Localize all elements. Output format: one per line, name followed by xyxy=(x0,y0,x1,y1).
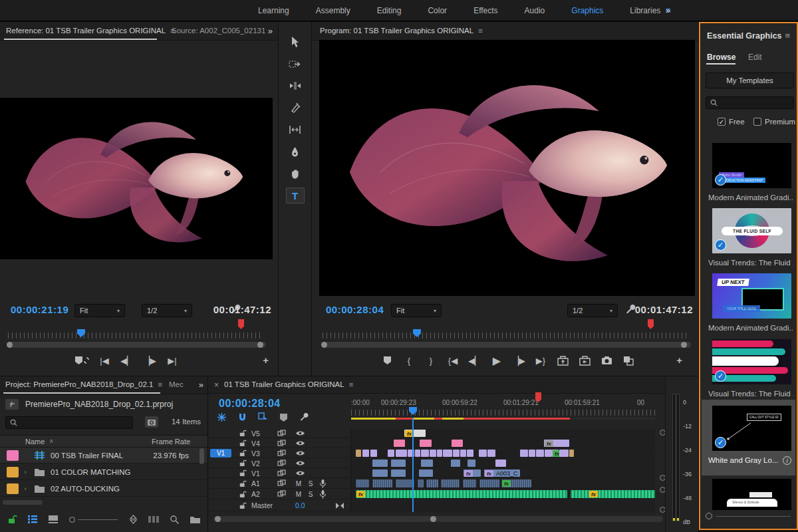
reference-viewer[interactable] xyxy=(0,98,273,259)
clip[interactable] xyxy=(545,450,552,457)
template-search-input[interactable] xyxy=(706,96,794,109)
clip[interactable] xyxy=(452,440,463,447)
program-marker[interactable] xyxy=(648,319,654,329)
clip[interactable] xyxy=(372,469,388,477)
panel-menu-icon[interactable]: ≡ xyxy=(785,31,790,41)
clip[interactable] xyxy=(421,450,429,457)
source-ruler[interactable] xyxy=(8,332,263,338)
source-patch[interactable] xyxy=(210,469,231,477)
program-timecode[interactable]: 00:00:28:04 xyxy=(326,304,384,315)
clip[interactable] xyxy=(362,450,369,457)
sort-icons-icon[interactable] xyxy=(130,515,137,523)
clip[interactable] xyxy=(396,479,414,487)
clip[interactable] xyxy=(391,469,406,477)
timeline-ruler[interactable]: :00:0000:00:29:2300:00:59:2200:01:29:210… xyxy=(351,395,655,428)
filter-free-checkbox[interactable]: ✓ Free xyxy=(718,118,745,126)
clip[interactable] xyxy=(487,450,495,457)
track-output-eye-icon[interactable] xyxy=(293,430,307,436)
clip[interactable] xyxy=(453,450,460,457)
sync-lock-icon[interactable] xyxy=(275,480,289,487)
program-scrollbar[interactable] xyxy=(321,342,691,348)
project-vertical-scrollbar[interactable] xyxy=(200,448,204,464)
clip[interactable]: fxA003_C xyxy=(484,469,520,477)
track-lane-v3[interactable]: fx xyxy=(351,449,655,458)
clip[interactable] xyxy=(421,460,433,467)
clip[interactable] xyxy=(394,440,405,447)
workspace-tab-effects[interactable]: Effects xyxy=(460,6,511,15)
project-row[interactable]: 00 TSB Trailer FINAL23.976 fps xyxy=(0,448,207,464)
clip[interactable] xyxy=(419,469,433,477)
panel-overflow-chevron[interactable]: » xyxy=(268,26,273,36)
search-bin-icon[interactable] xyxy=(145,416,158,428)
project-breadcrumb[interactable]: PremierePro_NAB2018_Drop_02.1.prproj xyxy=(25,400,173,409)
clip[interactable]: fx xyxy=(501,479,531,487)
track-header-v5[interactable]: V5 xyxy=(208,429,351,438)
step-forward-button[interactable]: ▕▶ xyxy=(141,353,158,368)
track-header-a2[interactable]: A2MS xyxy=(208,489,351,499)
my-templates-dropdown[interactable]: My Templates xyxy=(706,72,794,88)
expander-icon[interactable]: › xyxy=(19,469,32,475)
track-lane-a1[interactable]: fx xyxy=(351,479,655,488)
solo-button[interactable]: S xyxy=(305,491,317,498)
voiceover-mic-icon[interactable] xyxy=(317,490,329,499)
clip[interactable] xyxy=(441,479,460,487)
step-back-button[interactable]: ◀▏ xyxy=(118,353,136,368)
label-color-chip[interactable] xyxy=(7,483,19,494)
clip[interactable] xyxy=(391,460,406,467)
track-lock-icon[interactable] xyxy=(237,469,249,477)
source-scrollbar[interactable] xyxy=(7,342,266,348)
program-settings-wrench-icon[interactable] xyxy=(625,304,636,317)
pen-tool[interactable] xyxy=(286,144,305,160)
go-to-in-button[interactable]: |◀ xyxy=(96,353,113,368)
track-lock-icon[interactable] xyxy=(237,491,249,498)
track-header-master[interactable]: Master0.0 xyxy=(208,500,351,511)
clip[interactable] xyxy=(569,450,574,457)
clip[interactable] xyxy=(420,440,432,447)
source-patch[interactable] xyxy=(210,459,231,467)
extract-button[interactable] xyxy=(576,353,593,368)
clip[interactable]: fx xyxy=(356,490,567,498)
project-search-input[interactable] xyxy=(5,416,133,429)
sync-lock-icon[interactable] xyxy=(275,440,289,447)
clip[interactable] xyxy=(479,450,487,457)
panel-menu-icon[interactable]: ≡ xyxy=(478,27,483,35)
project-row[interactable]: ›02 AUTO-DUCKING xyxy=(0,481,207,497)
linked-selection-icon[interactable] xyxy=(259,412,268,424)
close-tab-icon[interactable]: × xyxy=(214,380,219,390)
column-frame-rate[interactable]: Frame Rate xyxy=(152,438,190,446)
clip[interactable] xyxy=(495,460,506,467)
clip[interactable]: fx xyxy=(464,469,481,477)
source-button-editor-plus[interactable]: + xyxy=(263,354,269,366)
clip[interactable]: fx xyxy=(544,440,569,447)
workspace-tab-assembly[interactable]: Assembly xyxy=(303,6,364,15)
clip[interactable] xyxy=(467,460,475,467)
track-header-a1[interactable]: A1MS xyxy=(208,479,351,488)
clip[interactable] xyxy=(479,479,499,487)
label-color-chip[interactable] xyxy=(7,467,19,477)
ripple-edit-tool[interactable] xyxy=(286,78,305,94)
program-button-editor-plus[interactable]: + xyxy=(676,354,682,366)
workspace-tab-learning[interactable]: Learning xyxy=(245,6,303,15)
go-to-in-button[interactable]: {◀ xyxy=(444,353,462,368)
snap-magnet-icon[interactable] xyxy=(238,412,247,424)
mute-button[interactable]: M xyxy=(293,480,305,487)
clip[interactable] xyxy=(460,450,466,457)
go-to-out-button[interactable]: ▶} xyxy=(532,353,549,368)
source-resolution-dropdown[interactable]: 1/2▾ xyxy=(142,304,192,317)
source-patch[interactable] xyxy=(210,439,231,448)
track-lane-v4[interactable]: fx xyxy=(351,439,655,448)
expander-icon[interactable]: › xyxy=(19,485,32,492)
clip[interactable] xyxy=(415,450,420,457)
icon-view-icon[interactable] xyxy=(49,515,58,523)
clip[interactable] xyxy=(372,479,392,487)
source-marker[interactable] xyxy=(238,319,244,329)
sync-lock-icon[interactable] xyxy=(275,460,289,467)
column-name[interactable]: Name xyxy=(25,438,45,446)
sync-lock-icon[interactable] xyxy=(275,470,289,477)
find-icon[interactable] xyxy=(170,515,179,524)
item-name[interactable]: 01 COLOR MATCHING xyxy=(51,468,131,476)
clip[interactable] xyxy=(418,479,424,487)
clip[interactable] xyxy=(426,479,438,487)
project-row[interactable]: ›01 COLOR MATCHING xyxy=(0,464,207,480)
track-output-eye-icon[interactable] xyxy=(293,440,307,446)
